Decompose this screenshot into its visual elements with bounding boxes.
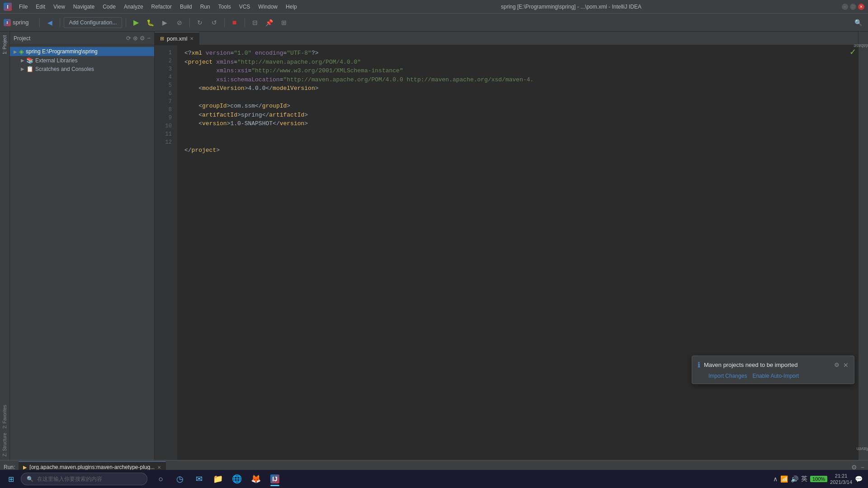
taskbar-search[interactable]: 🔍 在这里输入你要搜索的内容	[21, 473, 147, 485]
code-content[interactable]: <?xml version="1.0" encoding="UTF-8"?> <…	[177, 45, 858, 460]
add-configuration-button[interactable]: Add Configuration...	[64, 17, 122, 28]
minimize-button[interactable]: −	[842, 4, 848, 10]
layout-button[interactable]: ⊟	[249, 16, 261, 29]
volume-icon[interactable]: 🔊	[791, 475, 798, 483]
clock-date: 2021/3/14	[830, 479, 852, 485]
import-changes-link[interactable]: Import Changes	[708, 373, 747, 379]
menu-edit[interactable]: Edit	[32, 3, 49, 11]
edge-icon: 🌐	[232, 474, 242, 484]
search-icon: 🔍	[27, 476, 33, 482]
network-icon[interactable]: 📶	[780, 475, 788, 483]
menu-analyze[interactable]: Analyze	[120, 3, 147, 11]
taskbar-app-clock[interactable]: ◷	[171, 471, 189, 487]
taskbar-app-mail[interactable]: ✉	[190, 471, 208, 487]
scroll-center-icon[interactable]: ⊛	[133, 35, 138, 42]
gear-icon[interactable]: ⚙	[140, 35, 145, 42]
menu-build[interactable]: Build	[176, 3, 196, 11]
maximize-button[interactable]: □	[850, 4, 856, 10]
notification-center-icon[interactable]: 💬	[855, 475, 863, 483]
close-button[interactable]: ✕	[858, 4, 864, 10]
structure-tab-button[interactable]: Z: Structure	[1, 431, 8, 458]
tree-item-external-libraries[interactable]: ▶ 📚 External Libraries	[10, 56, 154, 65]
back-button[interactable]: ◀	[43, 16, 56, 29]
menu-code[interactable]: Code	[99, 3, 119, 11]
project-name-label: spring	[13, 19, 28, 26]
tree-item-spring[interactable]: ▶ ◈ spring E:\Programming\spring	[10, 47, 154, 56]
menu-refactor[interactable]: Refactor	[148, 3, 175, 11]
enable-auto-import-link[interactable]: Enable Auto-Import	[752, 373, 799, 379]
stop-button[interactable]: ■	[228, 16, 241, 29]
run-all-button[interactable]: ↺	[208, 16, 221, 29]
run-tab-label: [org.apache.maven.plugins:maven-archetyp…	[29, 464, 155, 470]
idea-icon: IJ	[270, 474, 279, 483]
tree-arrow-ext: ▶	[21, 58, 24, 63]
menu-tools[interactable]: Tools	[215, 3, 235, 11]
taskbar-app-edge[interactable]: 🌐	[228, 471, 246, 487]
taskbar-app-explorer[interactable]: 📁	[209, 471, 227, 487]
tab-pom-xml[interactable]: ⊞ pom.xml ✕	[155, 32, 199, 45]
start-button[interactable]: ⊞	[2, 471, 20, 487]
project-panel-header: Project ⟳ ⊛ ⚙ −	[10, 32, 154, 45]
code-editor[interactable]: 1 2 3 4 5 6 7 8 9 10 11 12 <?xml version…	[155, 45, 858, 460]
tab-pom-xml-label: pom.xml	[167, 36, 187, 42]
title-bar: I File Edit View Navigate Code Analyze R…	[0, 0, 868, 14]
menu-view[interactable]: View	[50, 3, 69, 11]
taskbar-right: ∧ 📶 🔊 英 100% 21:21 2021/3/14 💬	[769, 473, 866, 486]
left-tool-tabs: 1: Project 2: Favorites Z: Structure	[0, 32, 10, 460]
notification-info-icon: ℹ	[698, 361, 700, 369]
run-button[interactable]: ▶	[130, 16, 142, 29]
menu-vcs[interactable]: VCS	[236, 3, 254, 11]
main-content: 1: Project 2: Favorites Z: Structure Pro…	[0, 32, 868, 460]
run-tab-close-icon[interactable]: ✕	[157, 465, 161, 470]
line-num-4: 4	[155, 73, 177, 81]
project-tab-button[interactable]: 1: Project	[1, 33, 8, 56]
taskbar-app-browser2[interactable]: 🦊	[247, 471, 265, 487]
tray-up-arrow[interactable]: ∧	[773, 475, 778, 483]
main-toolbar: I spring ◀ Add Configuration... ▶ 🐛 ▶ ⊘ …	[0, 14, 868, 32]
menu-bar: File Edit View Navigate Code Analyze Ref…	[15, 3, 301, 11]
editor-tabs: ⊞ pom.xml ✕	[155, 32, 858, 45]
sync-icon[interactable]: ⟳	[126, 35, 131, 42]
notification-settings-icon[interactable]: ⚙	[834, 361, 840, 368]
taskbar: ⊞ 🔍 在这里输入你要搜索的内容 ○ ◷ ✉ 📁 🌐 🦊 IJ ∧ 📶 🔊 英	[0, 470, 868, 488]
line-num-8: 8	[155, 106, 177, 114]
columns-button[interactable]: ⊞	[278, 16, 290, 29]
menu-run[interactable]: Run	[197, 3, 214, 11]
maven-run-icon: ▶	[23, 465, 27, 470]
database-tab-button[interactable]: Database	[851, 42, 868, 49]
taskbar-apps: ○ ◷ ✉ 📁 🌐 🦊 IJ	[152, 471, 769, 487]
menu-file[interactable]: File	[15, 3, 31, 11]
debug-button[interactable]: 🐛	[144, 16, 157, 29]
menu-navigate[interactable]: Navigate	[70, 3, 98, 11]
tree-item-scratches[interactable]: ▶ 📋 Scratches and Consoles	[10, 65, 154, 73]
pin-button[interactable]: 📌	[263, 16, 276, 29]
taskbar-app-cortana[interactable]: ○	[152, 471, 170, 487]
taskbar-time[interactable]: 21:21 2021/3/14	[830, 473, 852, 486]
right-tool-tabs: Database Maven	[858, 32, 868, 460]
favorites-tab-button[interactable]: 2: Favorites	[1, 403, 8, 430]
project-panel-title: Project	[14, 35, 124, 42]
project-panel: Project ⟳ ⊛ ⚙ − ▶ ◈ spring E:\Programmin…	[10, 32, 155, 460]
line-num-6: 6	[155, 89, 177, 98]
line-num-7: 7	[155, 98, 177, 106]
xml-file-icon: ⊞	[160, 36, 164, 42]
battery-indicator: 100%	[810, 476, 827, 482]
coverage-button[interactable]: ▶	[159, 16, 171, 29]
toolbar-separator-4	[189, 18, 190, 27]
lang-icon[interactable]: 英	[801, 475, 807, 483]
browser2-icon: 🦊	[251, 474, 261, 484]
menu-window[interactable]: Window	[255, 3, 281, 11]
libraries-icon: 📚	[26, 57, 33, 64]
window-title: spring [E:\Programming\spring] - ...\pom…	[301, 4, 842, 10]
maven-tab-button[interactable]: Maven	[854, 445, 868, 452]
toolbar-separator-5	[224, 18, 225, 27]
search-everywhere-button[interactable]: 🔍	[852, 16, 864, 29]
minimize-panel-icon[interactable]: −	[147, 35, 151, 42]
tree-arrow-spring: ▶	[14, 49, 17, 54]
menu-help[interactable]: Help	[282, 3, 301, 11]
update-button[interactable]: ↻	[193, 16, 206, 29]
taskbar-app-idea[interactable]: IJ	[266, 471, 284, 487]
profile-button[interactable]: ⊘	[173, 16, 186, 29]
tab-close-icon[interactable]: ✕	[190, 36, 193, 41]
notification-close-icon[interactable]: ✕	[843, 361, 849, 369]
